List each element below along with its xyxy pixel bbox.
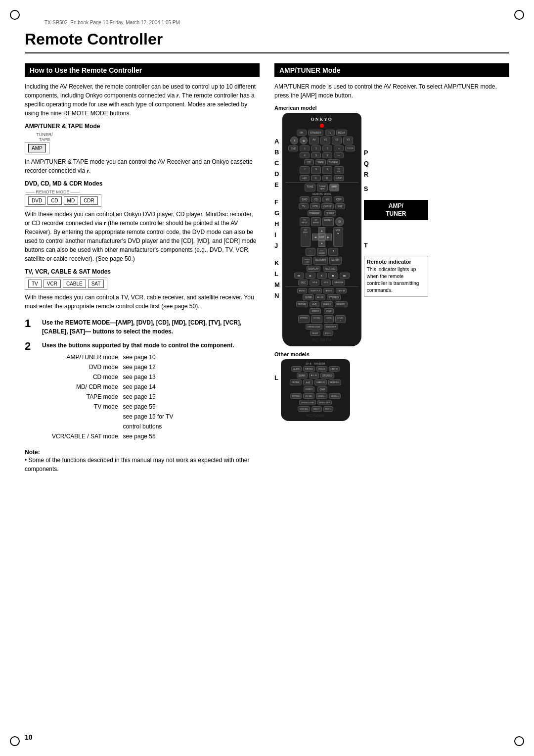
o-search-btn[interactable]: SEARCH: [314, 379, 327, 385]
spa-btn[interactable]: SP A: [310, 280, 319, 285]
plus10-btn[interactable]: +10: [300, 175, 310, 181]
subtitle-btn[interactable]: SUBTITLE: [309, 288, 322, 293]
o-level1-btn[interactable]: LEVEL –: [316, 393, 328, 399]
stereo-btn[interactable]: STEREO: [327, 294, 341, 300]
num7-btn[interactable]: 7: [300, 166, 310, 174]
o-ab-btn[interactable]: A-B: [303, 379, 313, 385]
num6-btn[interactable]: 6: [322, 152, 332, 158]
chsel-btn[interactable]: CH SEL: [311, 315, 322, 323]
ch-minus-btn[interactable]: –: [306, 248, 315, 256]
o-memory-btn[interactable]: MEMORY: [328, 379, 341, 385]
o-videooff-btn[interactable]: VIDEO OFF: [317, 400, 332, 405]
num4-btn[interactable]: 4: [300, 152, 310, 158]
vol-down-btn[interactable]: ▼: [328, 248, 338, 256]
o-subtitle-btn[interactable]: S/BIT/LE: [303, 366, 315, 372]
ch-disc-btn[interactable]: CHDISC+: [301, 227, 311, 247]
tv-vol-btn[interactable]: TVVOL: [334, 166, 344, 174]
tone-btn[interactable]: TONE: [305, 184, 315, 191]
clear-btn[interactable]: CLEAR: [334, 175, 344, 181]
dvd-btn-r[interactable]: DVD: [288, 145, 298, 151]
v1-btn[interactable]: V1: [320, 137, 330, 144]
allid-btn[interactable]: ALL ID: [315, 294, 325, 300]
cd-rm-btn[interactable]: CD: [311, 196, 321, 202]
tv-ch-btn[interactable]: TV CH: [345, 145, 355, 151]
vcr-rm-btn[interactable]: VCR: [310, 203, 320, 209]
surr-btn[interactable]: SURR: [303, 294, 313, 300]
rcvr-btn[interactable]: RCVR: [336, 130, 347, 136]
o-fitting-btn[interactable]: FITTING: [290, 393, 302, 399]
o-vch-btn[interactable]: VCH SEL: [298, 406, 310, 412]
refli-btn[interactable]: RE.FLI: [323, 331, 333, 336]
tv-input-btn[interactable]: TVINPUT: [300, 217, 310, 226]
search-btn[interactable]: SEARCH: [321, 301, 333, 307]
direct-btn[interactable]: DIRECT: [310, 308, 321, 314]
v3-btn[interactable]: V3: [343, 137, 353, 144]
videooff-btn[interactable]: VIDEO OFF: [324, 324, 339, 330]
tv-rm-btn[interactable]: TV: [299, 203, 309, 209]
v2-btn[interactable]: V2: [332, 137, 342, 144]
openclose-btn[interactable]: OPEN/CLOSE: [306, 324, 322, 330]
audio-btn[interactable]: AUDIO: [297, 288, 308, 293]
pause-btn[interactable]: ⏸: [317, 273, 327, 279]
fitting-btn[interactable]: FITTING: [298, 315, 310, 323]
o-chsel-btn[interactable]: CH SEL: [303, 393, 314, 399]
num8-btn[interactable]: 8: [311, 166, 321, 174]
plus-btn[interactable]: +: [334, 145, 344, 151]
next-btn[interactable]: ⏭: [340, 273, 350, 279]
o-stereo-btn[interactable]: STEREO: [320, 373, 335, 378]
amp-btn-r[interactable]: AMP: [329, 184, 339, 191]
num3-btn[interactable]: 3: [322, 145, 332, 151]
sat-rm-btn[interactable]: SAT: [335, 203, 345, 209]
num9-btn[interactable]: 9: [322, 166, 332, 174]
cdr-rm-btn[interactable]: CDR: [334, 196, 344, 202]
vol-btn[interactable]: VOL▲: [333, 227, 343, 247]
minus-btn[interactable]: —: [334, 152, 344, 158]
muting-btn[interactable]: MUTING: [323, 266, 337, 272]
repeat-btn[interactable]: REPEAT: [296, 301, 308, 307]
nav-down[interactable]: ▼: [318, 240, 325, 247]
prev-ch-btn[interactable]: PREVCH: [302, 257, 312, 265]
setup-btn[interactable]: SETUP: [329, 257, 342, 265]
tuner-tape-btn[interactable]: TUNERTAPE: [317, 184, 328, 191]
o-openclose-btn[interactable]: OPEN/CLOSE: [299, 400, 316, 405]
o-level2-btn[interactable]: LEVEL +: [329, 393, 341, 399]
cursor-btn[interactable]: ⊙: [335, 217, 344, 226]
o-ovp-btn[interactable]: OVP: [317, 386, 327, 392]
random-btn[interactable]: RANDOM: [332, 280, 345, 285]
stop-btn[interactable]: ⏹: [328, 273, 338, 279]
md-rm-btn[interactable]: MD: [322, 196, 332, 202]
power-o-btn[interactable]: ⏻: [300, 137, 308, 144]
rec-btn[interactable]: REC: [298, 280, 308, 285]
cd-btn-r[interactable]: CD: [304, 159, 314, 165]
o-night-btn[interactable]: NIGHT: [312, 406, 321, 412]
ovp-btn[interactable]: OVP: [324, 308, 334, 314]
num1-btn[interactable]: 1: [300, 145, 310, 151]
o-angle-btn[interactable]: ANGLE: [316, 366, 327, 372]
tv-btn-1[interactable]: TV: [325, 130, 335, 136]
cable-rm-btn[interactable]: CABLE: [321, 203, 333, 209]
power-i-btn[interactable]: I: [290, 137, 298, 144]
angle-btn[interactable]: ANGLE: [323, 288, 334, 293]
num5-btn[interactable]: 5: [311, 152, 321, 158]
level1-btn[interactable]: LEVEL–: [324, 315, 334, 323]
d-btn[interactable]: D: [322, 175, 332, 181]
level2-btn[interactable]: LEVEL+: [335, 315, 345, 323]
ab-btn[interactable]: A-B: [310, 301, 319, 307]
return-btn[interactable]: RETURN: [313, 257, 328, 265]
night-btn[interactable]: NIGHT: [310, 331, 320, 336]
cut-guide-btn[interactable]: CUTGUIDE: [317, 248, 327, 256]
nav-enter[interactable]: ENT: [318, 234, 325, 240]
dimmer-btn[interactable]: DIMMER: [308, 210, 321, 216]
o-direct-btn[interactable]: DIRECT: [304, 386, 315, 392]
lastm-btn[interactable]: LAST.M: [336, 288, 347, 293]
av-btn[interactable]: AV: [309, 137, 319, 144]
o-allid-btn[interactable]: ALL ID: [309, 373, 319, 378]
o-lastm-btn[interactable]: LAST.M: [329, 366, 340, 372]
on-btn[interactable]: ON: [297, 130, 307, 136]
num0-btn[interactable]: 0: [311, 175, 321, 181]
display-btn[interactable]: DISPLAY: [307, 266, 321, 272]
play-btn[interactable]: ▶: [306, 273, 315, 279]
prev-btn[interactable]: ⏮: [294, 273, 304, 279]
tuner-btn-r[interactable]: TUNER: [327, 159, 340, 165]
spb-btn[interactable]: SP B: [321, 280, 331, 285]
